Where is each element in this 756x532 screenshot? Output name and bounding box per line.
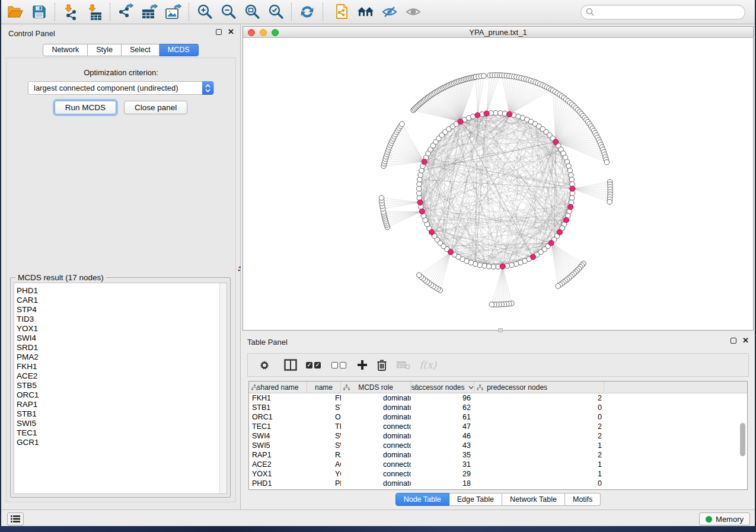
table-cell: STB1 [307, 403, 341, 412]
select-all-icon[interactable]: ✓✓ [306, 362, 323, 368]
mcds-result-item[interactable]: STB1 [14, 409, 227, 419]
table-cell: 43 [411, 441, 474, 450]
mcds-result-item[interactable]: STP4 [14, 305, 227, 315]
table-row[interactable]: TEC1TEC1connector472 [249, 422, 747, 431]
export-network-icon[interactable] [114, 2, 138, 22]
memory-label: Memory [716, 515, 744, 524]
table-row[interactable]: PHD1PHD1dominator180 [249, 479, 747, 488]
share-document-icon[interactable] [330, 2, 354, 22]
desktop-wallpaper [0, 526, 756, 532]
tab-network-table[interactable]: Network Table [502, 493, 565, 506]
splitter-grip[interactable] [498, 328, 503, 332]
home-networks-icon[interactable] [354, 2, 378, 22]
mcds-result-item[interactable]: SWI5 [14, 419, 227, 428]
close-table-panel-icon[interactable]: ✕ [742, 338, 749, 344]
mcds-list-scrollbar[interactable] [219, 283, 227, 493]
mcds-result-group: MCDS result (17 nodes) PHD1CAR1STP4TID3Y… [10, 277, 231, 498]
table-cell: ACE2 [307, 460, 341, 469]
mcds-result-item[interactable]: RAP1 [14, 400, 227, 409]
refresh-icon[interactable] [295, 2, 319, 22]
tab-node-table[interactable]: Node Table [395, 493, 449, 506]
table-cell: dominator [341, 403, 411, 412]
tab-network[interactable]: Network [43, 44, 88, 56]
table-cell: 2 [474, 431, 604, 441]
close-window-icon[interactable] [248, 29, 255, 36]
import-table-icon[interactable] [82, 2, 106, 22]
column-header-name[interactable]: name [307, 382, 341, 393]
table-row[interactable]: YOX1YOX1connector291 [249, 469, 747, 479]
mcds-result-list[interactable]: PHD1CAR1STP4TID3YOX1SWI4SRD1PMA2FKH1ACE2… [14, 283, 227, 494]
zoom-in-icon[interactable] [193, 2, 216, 22]
function-builder-icon[interactable]: f(x) [419, 359, 436, 371]
mcds-result-item[interactable]: YOX1 [14, 324, 227, 334]
mcds-result-item[interactable]: PHD1 [14, 286, 227, 296]
column-header-successor-nodes[interactable]: successor nodes [411, 382, 474, 393]
tab-mcds[interactable]: MCDS [160, 44, 199, 56]
export-image-icon[interactable] [161, 2, 185, 22]
table-panel: Table Panel ✕ ✓✓ [243, 333, 754, 509]
delete-table-icon[interactable] [396, 360, 410, 370]
delete-column-trash-icon[interactable] [377, 359, 387, 371]
mcds-result-item[interactable]: CAR1 [14, 296, 227, 305]
table-cell: PHD1 [249, 479, 307, 488]
mcds-result-title: MCDS result (17 nodes) [15, 273, 106, 282]
table-row[interactable]: RAP1RAP1dominator352 [249, 450, 747, 460]
import-network-icon[interactable] [59, 2, 82, 22]
maximize-window-icon[interactable] [272, 29, 279, 36]
task-history-button[interactable] [7, 512, 24, 525]
table-toolbar: ✓✓ f(x) [247, 353, 749, 377]
mcds-result-item[interactable]: ORC1 [14, 390, 227, 400]
mcds-result-item[interactable]: SRD1 [14, 343, 227, 352]
mcds-result-item[interactable]: GCR1 [14, 438, 227, 447]
close-panel-icon[interactable]: ✕ [228, 29, 234, 35]
mcds-result-item[interactable]: PMA2 [14, 352, 227, 362]
column-header-MCDS-role[interactable]: MCDS role [341, 382, 411, 393]
open-file-icon[interactable] [4, 2, 27, 22]
criterion-dropdown[interactable]: largest connected component (undirected) [28, 81, 214, 95]
network-window-titlebar[interactable]: YPA_prune.txt_1 [243, 27, 753, 38]
tab-edge-table[interactable]: Edge Table [449, 493, 502, 506]
hide-panel-eye-icon[interactable] [378, 2, 401, 22]
mcds-result-item[interactable]: TEC1 [14, 428, 227, 438]
table-row[interactable]: ACE2ACE2connector311 [249, 460, 747, 469]
float-table-panel-icon[interactable] [731, 338, 736, 344]
table-cell: SWI4 [307, 431, 341, 441]
export-table-icon[interactable] [138, 2, 161, 22]
mcds-result-item[interactable]: ACE2 [14, 371, 227, 381]
deselect-all-icon[interactable] [331, 362, 348, 368]
table-cell: 46 [411, 431, 474, 441]
zoom-out-icon[interactable] [216, 2, 240, 22]
table-row[interactable]: FKH1FKH1dominator962 [249, 393, 747, 403]
memory-button[interactable]: Memory [699, 512, 750, 525]
table-settings-gear-icon[interactable] [259, 359, 270, 371]
control-panel-tabs: NetworkStyleSelectMCDS [1, 44, 240, 56]
tab-style[interactable]: Style [88, 44, 122, 56]
column-header-shared-name[interactable]: shared name [249, 382, 307, 393]
tab-motifs[interactable]: Motifs [565, 493, 601, 506]
table-row[interactable]: ORC1ORC1dominator610 [249, 412, 747, 422]
float-window-icon[interactable] [216, 29, 222, 35]
save-session-icon[interactable] [27, 2, 51, 22]
split-columns-icon[interactable] [284, 359, 297, 371]
add-column-icon[interactable] [357, 360, 368, 370]
mcds-result-item[interactable]: SWI4 [14, 334, 227, 343]
minimize-window-icon[interactable] [260, 29, 267, 36]
mcds-result-item[interactable]: STB5 [14, 381, 227, 390]
zoom-selected-icon[interactable] [264, 2, 288, 22]
mcds-panel: Optimization criterion: largest connecte… [6, 57, 236, 502]
tab-select[interactable]: Select [122, 44, 160, 56]
optimization-criterion-label: Optimization criterion: [7, 68, 235, 77]
close-panel-button[interactable]: Close panel [124, 101, 187, 114]
column-header-predecessor-nodes[interactable]: predecessor nodes [474, 382, 604, 393]
table-scrollbar[interactable] [739, 395, 747, 489]
mcds-result-item[interactable]: FKH1 [14, 362, 227, 371]
network-canvas[interactable] [243, 39, 753, 330]
run-mcds-button[interactable]: Run MCDS [55, 101, 116, 114]
search-input[interactable] [580, 5, 745, 20]
table-row[interactable]: SWI4SWI4dominator462 [249, 431, 747, 441]
table-row[interactable]: STB1STB1dominator620 [249, 403, 747, 412]
show-eye-icon[interactable] [401, 2, 425, 22]
table-row[interactable]: SWI5SWI5connector431 [249, 441, 747, 450]
mcds-result-item[interactable]: TID3 [14, 315, 227, 324]
zoom-fit-icon[interactable] [240, 2, 264, 22]
